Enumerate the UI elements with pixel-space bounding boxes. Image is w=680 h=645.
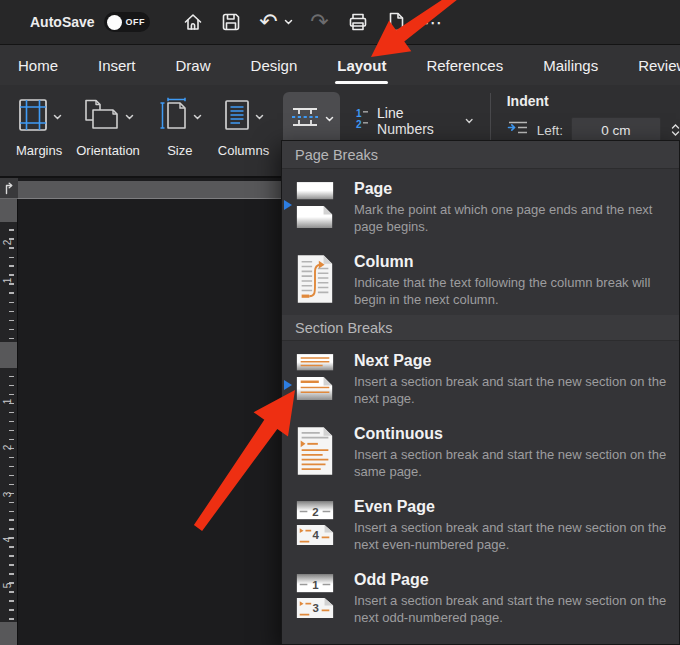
margins-label: Margins <box>16 143 62 158</box>
continuous-break-icon <box>294 426 340 480</box>
svg-text:2: 2 <box>356 119 362 130</box>
menu-item-title: Even Page <box>354 497 671 517</box>
columns-label: Columns <box>218 143 269 158</box>
svg-text:1: 1 <box>356 108 362 119</box>
more-commands-icon[interactable]: ⋯ <box>421 9 447 35</box>
ruler-number: 1 <box>2 275 13 287</box>
svg-text:2: 2 <box>312 506 318 518</box>
menu-item-even-page[interactable]: 2 4 Even Page Insert a section break and… <box>282 487 679 560</box>
ruler-number: 5 <box>2 580 13 592</box>
quick-access-toolbar: AutoSave OFF ↶ <box>0 0 680 45</box>
tab-layout[interactable]: Layout <box>335 53 388 78</box>
chevron-down-icon <box>193 114 202 120</box>
indent-stepper[interactable] <box>671 124 680 136</box>
indent-group: Indent Left: 0 cm <box>507 93 680 143</box>
tab-mailings[interactable]: Mailings <box>541 53 600 78</box>
chevron-down-icon <box>255 114 264 120</box>
column-break-icon <box>294 254 340 308</box>
indent-left-icon <box>507 120 529 140</box>
vertical-ruler[interactable]: 2 1 1 2 3 4 5 <box>0 178 18 645</box>
menu-item-title: Page <box>354 179 671 199</box>
indent-label: Indent <box>507 93 680 109</box>
tab-references[interactable]: References <box>424 53 505 78</box>
undo-icon[interactable]: ↶ <box>256 9 282 35</box>
svg-text:4: 4 <box>313 529 320 541</box>
selected-item-marker-icon <box>284 380 292 390</box>
breaks-icon <box>289 103 321 135</box>
columns-icon <box>222 98 252 136</box>
menu-item-desc: Insert a section break and start the new… <box>354 446 671 480</box>
menu-item-odd-page[interactable]: 1 3 Odd Page Insert a section break and … <box>282 560 679 633</box>
line-numbers-button[interactable]: 1 2 Line Numbers <box>354 105 474 137</box>
selected-item-marker-icon <box>284 200 292 210</box>
autosave-toggle[interactable]: OFF <box>104 12 150 32</box>
menu-item-title: Next Page <box>354 351 671 371</box>
tab-home[interactable]: Home <box>16 53 60 78</box>
ruler-number: 1 <box>2 396 13 408</box>
menu-item-desc: Insert a section break and start the new… <box>354 519 671 553</box>
tab-insert[interactable]: Insert <box>96 53 138 78</box>
size-label: Size <box>167 143 192 158</box>
indent-left-value: 0 cm <box>601 123 630 138</box>
menu-item-title: Odd Page <box>354 570 671 590</box>
ruler-number: 2 <box>2 237 13 249</box>
active-tab-underline <box>335 81 388 84</box>
ruler-band <box>0 342 17 368</box>
word-app-window: AutoSave OFF ↶ <box>0 0 680 645</box>
svg-text:3: 3 <box>313 602 319 614</box>
svg-text:1: 1 <box>312 579 319 591</box>
menu-item-title: Continuous <box>354 424 671 444</box>
menu-section-header-page-breaks: Page Breaks <box>282 141 679 169</box>
tab-stop-selector[interactable] <box>0 178 18 199</box>
tab-design[interactable]: Design <box>249 53 300 78</box>
tab-review[interactable]: Review <box>636 53 680 78</box>
ruler-band: 2 1 <box>0 222 17 342</box>
ruler-number: 3 <box>2 489 13 501</box>
breaks-button[interactable] <box>283 92 340 146</box>
autosave-label: AutoSave <box>30 14 95 30</box>
menu-section-header-section-breaks: Section Breaks <box>282 315 679 341</box>
menu-item-page[interactable]: Page Mark the point at which one page en… <box>282 169 679 242</box>
size-icon <box>158 97 190 137</box>
menu-item-title: Column <box>354 252 671 272</box>
even-page-break-icon: 2 4 <box>294 499 340 551</box>
menu-item-desc: Insert a section break and start the new… <box>354 592 671 626</box>
undo-chevron-icon[interactable] <box>283 9 295 35</box>
tab-draw[interactable]: Draw <box>174 53 213 78</box>
chevron-down-icon <box>53 114 62 120</box>
tab-stop-icon <box>3 182 16 195</box>
menu-item-column[interactable]: Column Indicate that the text following … <box>282 242 679 315</box>
menu-item-next-page[interactable]: Next Page Insert a section break and sta… <box>282 341 679 414</box>
save-icon[interactable] <box>218 9 244 35</box>
home-icon[interactable] <box>180 9 206 35</box>
print-icon[interactable] <box>345 9 371 35</box>
chevron-down-icon <box>465 118 473 124</box>
ruler-band: 1 2 3 4 5 <box>0 368 17 622</box>
ruler-band <box>0 199 17 222</box>
odd-page-break-icon: 1 3 <box>294 572 340 624</box>
stepper-up-icon[interactable] <box>671 124 680 129</box>
orientation-icon <box>82 98 122 136</box>
orientation-label: Orientation <box>76 143 140 158</box>
chevron-down-icon <box>325 116 334 122</box>
columns-button[interactable]: Columns <box>218 93 269 158</box>
menu-item-continuous[interactable]: Continuous Insert a section break and st… <box>282 414 679 487</box>
size-button[interactable]: Size <box>158 93 202 158</box>
next-page-break-icon <box>294 353 340 405</box>
orientation-button[interactable]: Orientation <box>76 93 140 158</box>
stepper-down-icon[interactable] <box>671 131 680 136</box>
redo-icon[interactable]: ↷ <box>307 9 333 35</box>
autosave-state: OFF <box>126 17 146 27</box>
autosave-control: AutoSave OFF <box>30 12 150 32</box>
ruler-band <box>0 622 17 645</box>
indent-left-label: Left: <box>537 123 563 138</box>
menu-item-desc: Mark the point at which one page ends an… <box>354 201 671 235</box>
page-break-icon <box>294 181 340 233</box>
toggle-knob-icon <box>107 15 122 30</box>
margins-button[interactable]: Margins <box>16 93 62 158</box>
ruler-number: 2 <box>2 442 13 454</box>
ribbon-tab-bar: Home Insert Draw Design Layout Reference… <box>0 45 680 85</box>
line-numbers-label: Line Numbers <box>377 105 458 137</box>
margins-icon <box>16 97 50 137</box>
new-document-icon[interactable] <box>383 9 409 35</box>
